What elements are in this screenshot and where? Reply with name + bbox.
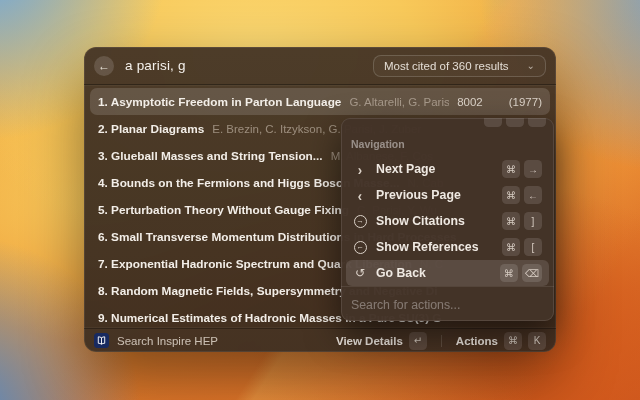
right-bracket-key-icon: ] [524, 212, 542, 230]
app-name: Search Inspire HEP [117, 335, 328, 347]
view-details-button[interactable]: View Details ↵ [336, 332, 427, 350]
inspire-hep-logo-icon [94, 333, 109, 348]
arrow-right-key-icon: → [524, 160, 542, 178]
backspace-key-icon: ⌫ [522, 264, 542, 282]
actions-search [341, 286, 554, 321]
arrow-left-key-icon: ← [524, 186, 542, 204]
view-details-label: View Details [336, 335, 403, 347]
section-header: Navigation [341, 128, 554, 156]
status-bar: Search Inspire HEP View Details ↵ Action… [84, 328, 556, 352]
chevron-right-icon: › [353, 162, 367, 177]
action-show-references[interactable]: ← Show References ⌘ [ [346, 234, 549, 260]
actions-panel: Navigation › Next Page ⌘ → ‹ Previous Pa… [341, 118, 554, 321]
result-title: 2. Planar Diagrams [98, 122, 204, 136]
actions-label: Actions [456, 335, 498, 347]
desktop: ← a parisi, g Most cited of 360 results … [0, 0, 640, 400]
result-authors: G. Altarelli, G. Parisi [349, 96, 449, 108]
action-previous-page[interactable]: ‹ Previous Page ⌘ ← [346, 182, 549, 208]
chevron-left-icon: ‹ [353, 188, 367, 203]
arrow-left-circle-icon: ← [353, 241, 367, 254]
return-key-icon: ↵ [409, 332, 427, 350]
search-input[interactable]: a parisi, g [125, 58, 362, 73]
actions-search-input[interactable] [351, 298, 544, 312]
result-row-1[interactable]: 1. Asymptotic Freedom in Parton Language… [90, 88, 550, 115]
keycap [484, 118, 502, 127]
sort-dropdown-label: Most cited of 360 results [384, 60, 509, 72]
back-arrow-icon: ← [98, 59, 110, 73]
action-label: Previous Page [376, 188, 493, 202]
command-key-icon: ⌘ [500, 264, 518, 282]
action-go-back[interactable]: ↺ Go Back ⌘ ⌫ [346, 260, 549, 286]
keycap [528, 118, 546, 127]
command-key-icon: ⌘ [502, 186, 520, 204]
command-key-icon: ⌘ [502, 212, 520, 230]
action-next-page[interactable]: › Next Page ⌘ → [346, 156, 549, 182]
search-header: ← a parisi, g Most cited of 360 results … [84, 47, 556, 85]
action-label: Show Citations [376, 214, 493, 228]
footer-divider [441, 335, 442, 347]
k-key-icon: K [528, 332, 546, 350]
command-key-icon: ⌘ [502, 238, 520, 256]
keycap [506, 118, 524, 127]
back-button[interactable]: ← [94, 56, 114, 76]
result-year: (1977) [509, 96, 542, 108]
action-label: Show References [376, 240, 493, 254]
citation-count: 8002 [457, 96, 483, 108]
actions-button[interactable]: Actions ⌘ K [456, 332, 546, 350]
action-label: Go Back [376, 266, 491, 280]
arrow-right-circle-icon: → [353, 215, 367, 228]
command-key-icon: ⌘ [502, 160, 520, 178]
result-title: 1. Asymptotic Freedom in Parton Language [98, 95, 341, 109]
sort-dropdown[interactable]: Most cited of 360 results ⌄ [373, 55, 546, 77]
action-show-citations[interactable]: → Show Citations ⌘ ] [346, 208, 549, 234]
left-bracket-key-icon: [ [524, 238, 542, 256]
undo-arrow-icon: ↺ [353, 266, 367, 280]
result-title: 5. Perturbation Theory Without Gauge Fix… [98, 203, 349, 217]
chevron-down-icon: ⌄ [527, 63, 535, 69]
scrolled-action-row [341, 118, 554, 128]
action-label: Next Page [376, 162, 493, 176]
command-key-icon: ⌘ [504, 332, 522, 350]
result-title: 3. Glueball Masses and String Tension... [98, 149, 323, 163]
